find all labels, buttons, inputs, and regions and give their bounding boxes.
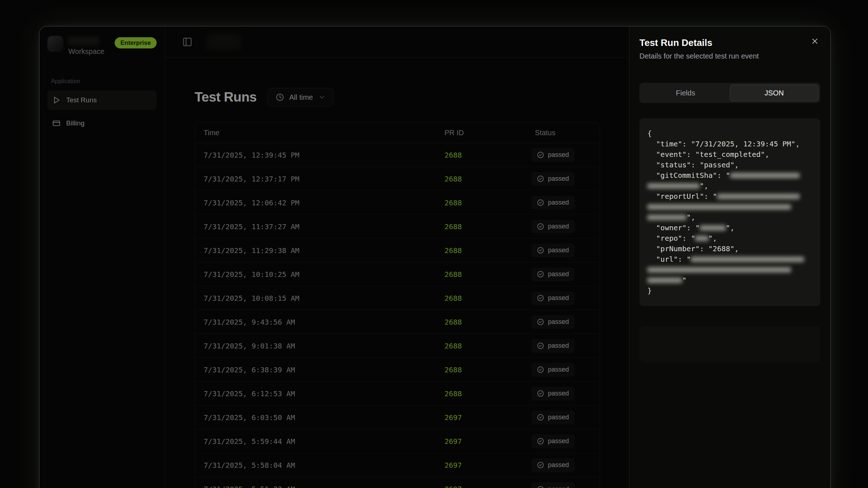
table-header-row: Time PR ID Status <box>195 123 600 143</box>
sidebar-item-billing[interactable]: Billing <box>47 114 157 133</box>
workspace-label: Workspace <box>68 47 105 56</box>
json-code-line: "time": "7/31/2025, 12:39:45 PM", <box>647 139 812 149</box>
redacted-text <box>647 215 686 220</box>
redacted-text <box>647 267 791 273</box>
table-row[interactable]: 7/31/2025, 10:08:15 AM 2688 passed <box>195 286 600 310</box>
details-tabs: Fields JSON <box>639 83 820 103</box>
topbar <box>165 26 630 57</box>
json-code-line: "event": "test_completed", <box>647 149 812 160</box>
table-row[interactable]: 7/31/2025, 5:58:04 AM 2697 passed <box>195 453 600 477</box>
table-row[interactable]: 7/31/2025, 6:38:39 AM 2688 passed <box>195 358 600 382</box>
pr-id-link[interactable]: 2688 <box>444 318 462 326</box>
main-content: Test Runs All time Time PR ID Status <box>165 57 630 488</box>
sidebar-section-label: Application <box>47 78 157 85</box>
run-time: 7/31/2025, 10:08:15 AM <box>200 294 441 303</box>
tab-fields[interactable]: Fields <box>641 85 730 101</box>
run-time: 7/31/2025, 5:58:04 AM <box>200 461 441 470</box>
sidebar-item-label: Billing <box>66 119 85 127</box>
redacted-text <box>647 204 791 210</box>
pr-id-link[interactable]: 2688 <box>444 270 462 279</box>
time-filter-value: All time <box>289 93 313 102</box>
check-circle-icon <box>537 199 544 206</box>
pr-id-link[interactable]: 2688 <box>444 342 462 350</box>
pr-id-link[interactable]: 2688 <box>444 222 462 231</box>
table-row[interactable]: 7/31/2025, 6:03:50 AM 2697 passed <box>195 406 600 429</box>
run-time: 7/31/2025, 12:39:45 PM <box>200 151 441 159</box>
pr-id-link[interactable]: 2697 <box>444 485 462 488</box>
json-text: "status": "passed", <box>647 160 739 169</box>
close-drawer-button[interactable] <box>809 36 820 47</box>
status-text: passed <box>548 342 569 350</box>
workspace-switcher[interactable]: Workspace Enterprise <box>47 36 157 56</box>
check-circle-icon <box>537 462 544 468</box>
run-time: 7/31/2025, 12:37:17 PM <box>200 175 441 183</box>
json-code-line: ", <box>647 212 812 223</box>
pr-id-link[interactable]: 2697 <box>444 437 462 446</box>
status-text: passed <box>548 294 569 302</box>
status-badge: passed <box>531 267 575 281</box>
table-row[interactable]: 7/31/2025, 6:12:53 AM 2688 passed <box>195 382 600 406</box>
run-time: 7/31/2025, 5:59:44 AM <box>200 437 441 446</box>
sidebar-item-test-runs[interactable]: Test Runs <box>47 90 157 110</box>
table-row[interactable]: 7/31/2025, 12:37:17 PM 2688 passed <box>195 167 600 191</box>
json-code-line <box>647 202 812 212</box>
check-circle-icon <box>537 247 544 254</box>
run-time: 7/31/2025, 5:51:23 AM <box>200 485 441 488</box>
status-text: passed <box>548 366 569 373</box>
column-header-time: Time <box>200 129 441 137</box>
test-run-details-drawer: Test Run Details Details for the selecte… <box>629 26 830 488</box>
status-text: passed <box>548 223 569 230</box>
json-text: "prNumber": "2688", <box>647 244 739 253</box>
plan-badge: Enterprise <box>115 37 157 48</box>
table-row[interactable]: 7/31/2025, 11:29:38 AM 2688 passed <box>195 239 600 262</box>
pr-id-link[interactable]: 2688 <box>444 294 462 303</box>
app-window: Workspace Enterprise Application Test Ru… <box>39 26 831 488</box>
pr-id-link[interactable]: 2688 <box>444 389 462 398</box>
redacted-block <box>639 326 820 363</box>
sidebar-toggle-button[interactable] <box>182 36 193 48</box>
table-row[interactable]: 7/31/2025, 5:59:44 AM 2697 passed <box>195 429 600 453</box>
redacted-text <box>647 278 682 283</box>
check-circle-icon <box>537 318 544 325</box>
table-row[interactable]: 7/31/2025, 12:06:42 PM 2688 passed <box>195 191 600 215</box>
json-text: "repo": " <box>647 234 695 243</box>
redacted-text <box>647 183 699 189</box>
json-code-line: "owner": "", <box>647 223 812 233</box>
column-header-status: Status <box>531 129 595 137</box>
page-header: Test Runs All time <box>195 88 600 107</box>
pr-id-link[interactable]: 2688 <box>444 246 462 255</box>
json-text: ", <box>726 223 735 232</box>
json-text: ", <box>699 181 708 190</box>
time-filter-dropdown[interactable]: All time <box>268 88 334 107</box>
status-badge: passed <box>531 244 575 257</box>
pr-id-link[interactable]: 2697 <box>444 461 462 470</box>
json-code-line: "gitCommitSha": " <box>647 170 812 181</box>
json-code-line: { <box>647 128 812 139</box>
tab-json[interactable]: JSON <box>730 85 818 101</box>
json-text: " <box>682 276 686 284</box>
table-row[interactable]: 7/31/2025, 9:01:38 AM 2688 passed <box>195 334 600 358</box>
status-text: passed <box>548 175 569 183</box>
page-title: Test Runs <box>195 90 257 105</box>
pr-id-link[interactable]: 2688 <box>444 365 462 374</box>
table-row[interactable]: 7/31/2025, 9:43:56 AM 2688 passed <box>195 310 600 334</box>
main-area: Test Runs All time Time PR ID Status <box>165 26 630 488</box>
check-circle-icon <box>537 438 544 445</box>
table-row[interactable]: 7/31/2025, 5:51:23 AM 2697 passed <box>195 477 600 488</box>
pr-id-link[interactable]: 2688 <box>444 175 462 183</box>
sidebar-item-label: Test Runs <box>66 96 97 104</box>
pr-id-link[interactable]: 2688 <box>444 151 462 159</box>
pr-id-link[interactable]: 2697 <box>444 413 462 422</box>
table-row[interactable]: 7/31/2025, 10:10:25 AM 2688 passed <box>195 262 600 286</box>
status-badge: passed <box>531 220 575 234</box>
run-time: 7/31/2025, 11:29:38 AM <box>200 246 441 255</box>
table-row[interactable]: 7/31/2025, 11:37:27 AM 2688 passed <box>195 215 600 239</box>
run-time: 7/31/2025, 9:01:38 AM <box>200 342 441 350</box>
json-text: { <box>647 129 652 138</box>
check-circle-icon <box>537 295 544 301</box>
status-badge: passed <box>531 172 575 186</box>
status-badge: passed <box>531 482 575 488</box>
pr-id-link[interactable]: 2688 <box>444 198 462 207</box>
close-icon <box>810 37 819 46</box>
table-row[interactable]: 7/31/2025, 12:39:45 PM 2688 passed <box>195 143 600 167</box>
